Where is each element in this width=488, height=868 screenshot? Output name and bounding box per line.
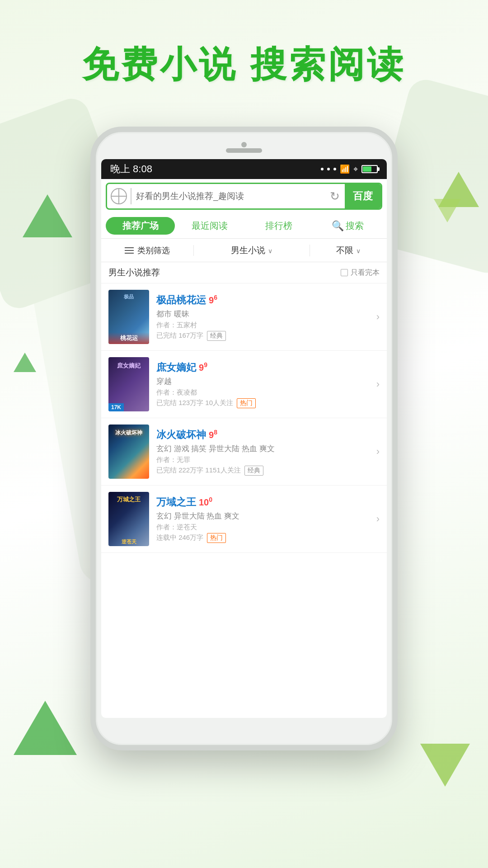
baidu-button[interactable]: 百度 bbox=[345, 184, 381, 208]
triangle-top-left bbox=[23, 194, 72, 237]
status-icons: 📶 ⌖ bbox=[321, 164, 378, 174]
book-badge-4: 热门 bbox=[207, 533, 226, 543]
search-tab-icon: 🔍 bbox=[332, 220, 344, 232]
book-cover-3: 冰火破坏神 bbox=[108, 425, 149, 479]
book-item-2[interactable]: 庶女嫡妃 17K 庶女嫡妃 99 穿越 作者：夜凌都 已完结 123万字 10人… bbox=[101, 351, 387, 418]
book-stats-4: 连载中 246万字 热门 bbox=[156, 533, 372, 543]
book-info-1: 极品桃花运 96 都市 暖昧 作者：五家村 已完结 167万字 经典 bbox=[156, 293, 372, 341]
book-badge-2: 热门 bbox=[237, 398, 256, 408]
tab-ranking[interactable]: 排行榜 bbox=[244, 220, 313, 232]
only-complete-filter[interactable]: 只看完本 bbox=[341, 268, 380, 278]
status-bar: 晚上 8:08 📶 ⌖ bbox=[101, 159, 387, 179]
signal-icon: ⌖ bbox=[353, 165, 358, 174]
book-title-3: 冰火破坏神 bbox=[156, 428, 206, 442]
section-header: 男生小说推荐 只看完本 bbox=[101, 262, 387, 283]
wifi-icon: 📶 bbox=[340, 164, 350, 174]
triangle-small-left bbox=[14, 353, 36, 372]
cover-4-label: 逆苍天 bbox=[108, 538, 149, 546]
book-tags-4: 玄幻 异世大陆 热血 爽文 bbox=[156, 511, 372, 521]
book-cover-2: 庶女嫡妃 17K bbox=[108, 357, 149, 411]
book-rating-4: 100 bbox=[199, 496, 212, 508]
book-item-3[interactable]: 冰火破坏神 冰火破坏神 98 玄幻 游戏 搞笑 异世大陆 热血 爽文 作者：无罪… bbox=[101, 418, 387, 486]
phone-screen: 晚上 8:08 📶 ⌖ 好看的男生小说推荐_趣阅读 ↻ 百度 推荐广 bbox=[101, 159, 387, 718]
book-chevron-4: › bbox=[376, 513, 380, 525]
book-rating-3: 98 bbox=[209, 429, 217, 440]
book-chevron-1: › bbox=[376, 311, 380, 323]
signal-dot-3 bbox=[333, 168, 336, 170]
triangle-bottom-right bbox=[420, 744, 470, 787]
filter-lines-icon bbox=[125, 247, 134, 254]
triangle-bottom-left bbox=[14, 701, 77, 755]
limit-chevron-icon: ∨ bbox=[356, 247, 361, 255]
book-info-4: 万域之王 100 玄幻 异世大陆 热血 爽文 作者：逆苍天 连载中 246万字 … bbox=[156, 495, 372, 543]
refresh-icon[interactable]: ↻ bbox=[325, 186, 345, 206]
signal-dot-2 bbox=[327, 168, 330, 170]
battery-icon bbox=[361, 165, 378, 173]
only-complete-label: 只看完本 bbox=[351, 268, 380, 278]
tab-recommend[interactable]: 推荐广场 bbox=[106, 217, 175, 235]
book-info-3: 冰火破坏神 98 玄幻 游戏 搞笑 异世大陆 热血 爽文 作者：无罪 已完结 2… bbox=[156, 428, 372, 476]
filter-genre-button[interactable]: 男生小说 ∨ bbox=[194, 245, 310, 256]
book-author-1: 作者：五家村 bbox=[156, 321, 372, 330]
book-list: 极品 桃花运 极品桃花运 96 都市 暖昧 作者：五家村 已完结 167万字 经… bbox=[101, 283, 387, 553]
book-stats-3: 已完结 222万字 1151人关注 经典 bbox=[156, 466, 372, 476]
search-query[interactable]: 好看的男生小说推荐_趣阅读 bbox=[136, 190, 325, 202]
book-author-4: 作者：逆苍天 bbox=[156, 523, 372, 532]
book-author-3: 作者：无罪 bbox=[156, 456, 372, 464]
book-badge-3: 经典 bbox=[244, 466, 263, 476]
search-bar[interactable]: 好看的男生小说推荐_趣阅读 ↻ 百度 bbox=[106, 183, 382, 210]
phone-mockup: 晚上 8:08 📶 ⌖ 好看的男生小说推荐_趣阅读 ↻ 百度 推荐广 bbox=[90, 127, 398, 750]
book-item-4[interactable]: 万城之王 逆苍天 万域之王 100 玄幻 异世大陆 热血 爽文 作者：逆苍天 连… bbox=[101, 486, 387, 553]
cover-1-label: 桃花运 bbox=[108, 332, 149, 344]
book-chevron-3: › bbox=[376, 446, 380, 458]
filter-row: 类别筛选 男生小说 ∨ 不限 ∨ bbox=[101, 239, 387, 262]
book-chevron-2: › bbox=[376, 378, 380, 390]
tab-bar: 推荐广场 最近阅读 排行榜 🔍 搜索 bbox=[101, 213, 387, 239]
filter-limit-label: 不限 bbox=[336, 245, 353, 255]
filter-limit-button[interactable]: 不限 ∨ bbox=[310, 245, 387, 256]
book-tags-2: 穿越 bbox=[156, 376, 372, 387]
book-cover-4: 万城之王 逆苍天 bbox=[108, 492, 149, 546]
triangle-top-right-2 bbox=[434, 199, 461, 222]
filter-category-label: 类别筛选 bbox=[137, 245, 170, 256]
genre-chevron-icon: ∨ bbox=[268, 247, 272, 255]
book-tags-1: 都市 暖昧 bbox=[156, 309, 372, 319]
search-divider bbox=[131, 188, 131, 204]
page-title: 免费小说 搜索阅读 bbox=[0, 41, 488, 90]
status-time: 晚上 8:08 bbox=[110, 162, 152, 176]
book-author-2: 作者：夜凌都 bbox=[156, 388, 372, 397]
only-complete-checkbox[interactable] bbox=[341, 269, 348, 276]
book-title-1: 极品桃花运 bbox=[156, 293, 206, 307]
filter-category-button[interactable]: 类别筛选 bbox=[101, 245, 194, 256]
filter-genre-label: 男生小说 bbox=[231, 245, 265, 255]
book-rating-1: 96 bbox=[209, 294, 217, 306]
section-title: 男生小说推荐 bbox=[108, 267, 160, 278]
book-stats-1: 已完结 167万字 经典 bbox=[156, 331, 372, 341]
signal-dot-1 bbox=[321, 168, 324, 170]
book-item-1[interactable]: 极品 桃花运 极品桃花运 96 都市 暖昧 作者：五家村 已完结 167万字 经… bbox=[101, 283, 387, 351]
book-title-4: 万域之王 bbox=[156, 495, 196, 509]
globe-icon bbox=[111, 188, 127, 204]
book-title-2: 庶女嫡妃 bbox=[156, 361, 196, 374]
book-cover-1: 极品 桃花运 bbox=[108, 290, 149, 344]
phone-camera bbox=[241, 142, 247, 147]
book-info-2: 庶女嫡妃 99 穿越 作者：夜凌都 已完结 123万字 10人关注 热门 bbox=[156, 361, 372, 408]
book-stats-2: 已完结 123万字 10人关注 热门 bbox=[156, 398, 372, 408]
cover-2-badge: 17K bbox=[108, 403, 124, 411]
tab-search[interactable]: 🔍 搜索 bbox=[313, 220, 382, 232]
tab-recent[interactable]: 最近阅读 bbox=[175, 220, 244, 232]
phone-speaker bbox=[226, 148, 262, 153]
book-tags-3: 玄幻 游戏 搞笑 异世大陆 热血 爽文 bbox=[156, 443, 372, 454]
book-badge-1: 经典 bbox=[207, 331, 226, 341]
book-rating-2: 99 bbox=[199, 361, 207, 373]
